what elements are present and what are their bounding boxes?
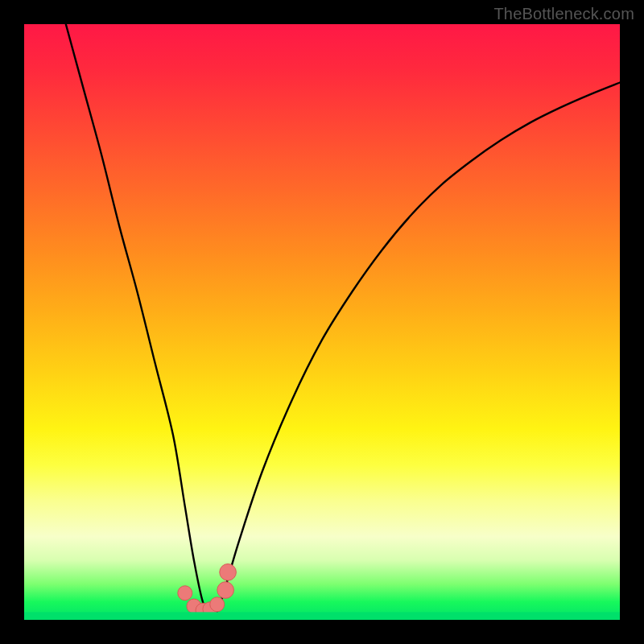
chart-svg — [24, 24, 620, 620]
plot-area — [24, 24, 620, 620]
watermark-text: TheBottleneck.com — [493, 5, 634, 23]
bottleneck-curve — [66, 24, 620, 617]
chart-frame: TheBottleneck.com — [0, 0, 644, 644]
curve-marker — [220, 564, 237, 580]
bottom-green-band — [24, 612, 620, 620]
curve-marker — [217, 582, 234, 599]
curve-marker — [210, 597, 225, 612]
curve-markers — [178, 564, 237, 617]
curve-marker — [178, 586, 192, 601]
